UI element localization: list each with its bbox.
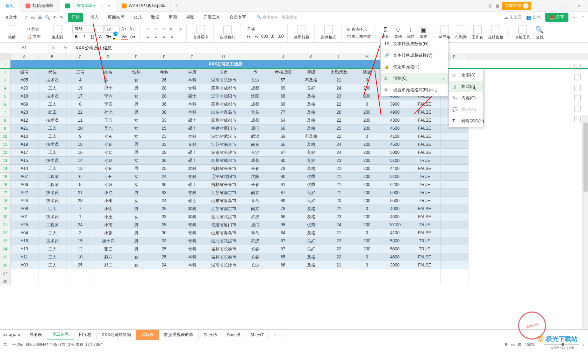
data-cell[interactable]: 0 (353, 261, 381, 269)
side-tool-2[interactable] (574, 74, 581, 80)
collab-button[interactable]: 👥 协作 (526, 14, 541, 20)
header-cell[interactable]: 岗位 (38, 68, 66, 76)
data-cell[interactable]: 10100 (381, 221, 409, 229)
data-cell[interactable]: 33 (150, 141, 178, 149)
sheet-tab-7[interactable]: Sheet5 (199, 330, 222, 340)
data-cell[interactable] (440, 221, 468, 229)
align-bot-icon[interactable]: ≡ (160, 26, 167, 33)
data-cell[interactable]: 22 (325, 253, 353, 261)
data-cell[interactable]: 0 (353, 205, 381, 213)
data-cell[interactable] (440, 261, 468, 269)
data-cell[interactable]: FALSE (409, 205, 440, 213)
data-cell[interactable]: 30 (150, 229, 178, 237)
data-cell[interactable]: A14 (10, 165, 38, 173)
indent-dec-icon[interactable]: ⇤ (168, 26, 175, 33)
data-cell[interactable]: 小C (94, 149, 122, 157)
share-button[interactable]: 📤 分享 (545, 13, 568, 22)
data-cell[interactable]: 工程师 (38, 181, 66, 189)
data-cell[interactable]: 58 (269, 133, 297, 141)
data-cell[interactable]: 21 (325, 173, 353, 181)
data-cell[interactable]: TRUE (409, 221, 440, 229)
row-header-9[interactable]: 9 (0, 124, 10, 133)
data-cell[interactable]: 4100 (381, 229, 409, 237)
empty-cell[interactable] (10, 277, 38, 285)
header-cell[interactable]: 等级 (297, 68, 325, 76)
cloud-status[interactable]: ☁ 未上云 (504, 14, 522, 20)
col-header-D[interactable]: D (94, 53, 122, 60)
data-cell[interactable]: 200 (353, 189, 381, 197)
data-cell[interactable]: 吉林省长春市 (206, 165, 241, 173)
data-cell[interactable]: 男 (122, 229, 150, 237)
data-cell[interactable]: A25 (10, 221, 38, 229)
data-cell[interactable]: FALSE (409, 261, 440, 269)
row-header-12[interactable]: 12 (0, 149, 10, 157)
data-cell[interactable]: 200 (353, 149, 381, 157)
data-cell[interactable]: 长沙 (241, 76, 269, 84)
data-cell[interactable]: FALSE (409, 116, 440, 124)
format-painter-button[interactable]: 格式刷 (49, 25, 65, 41)
data-cell[interactable]: 成都 (241, 100, 269, 108)
sheet-tab-5[interactable]: 课程表 (136, 330, 159, 340)
data-cell[interactable]: 33 (150, 237, 178, 245)
data-cell[interactable]: TRUE (409, 181, 440, 189)
data-cell[interactable]: 江苏省南京市 (206, 205, 241, 213)
data-cell[interactable]: 专科 (178, 245, 206, 253)
menu-review[interactable]: 审阅 (166, 13, 179, 22)
data-cell[interactable]: 77 (269, 108, 297, 116)
col-header-J[interactable]: J (269, 53, 297, 60)
data-cell[interactable]: 200 (353, 141, 381, 149)
empty-cell[interactable] (440, 269, 468, 277)
data-cell[interactable]: 男 (122, 149, 150, 157)
data-cell[interactable]: 28 (150, 84, 178, 92)
data-cell[interactable]: 28 (150, 149, 178, 157)
data-cell[interactable]: 技术员 (38, 197, 66, 205)
data-cell[interactable]: 23 (325, 157, 353, 165)
collapse-icon[interactable]: ⌃ (581, 15, 585, 20)
align-left-icon[interactable]: ≡ (144, 33, 151, 40)
data-cell[interactable]: 福建省厦门市 (206, 124, 241, 133)
data-cell[interactable]: 本科 (178, 76, 206, 84)
data-cell[interactable]: 及格 (297, 124, 325, 133)
row-header-15[interactable]: 15 (0, 173, 10, 181)
data-cell[interactable]: 技术员 (38, 76, 66, 84)
data-cell[interactable]: 硕士 (178, 116, 206, 124)
freeze-button[interactable]: 冻结窗格 (486, 25, 505, 41)
search-cmd[interactable]: 🔍 查找命令、搜索模板 (257, 15, 297, 20)
data-cell[interactable]: A13 (10, 245, 38, 253)
data-cell[interactable]: 王五 (94, 116, 122, 124)
row-header-11[interactable]: 11 (0, 141, 10, 149)
data-cell[interactable]: 男 (122, 100, 150, 108)
data-cell[interactable]: TRUE (409, 189, 440, 197)
data-cell[interactable]: 工人 (38, 124, 66, 133)
percent-icon[interactable]: % (253, 33, 260, 40)
data-cell[interactable]: A06 (10, 181, 38, 189)
data-cell[interactable]: 1 (66, 213, 94, 221)
data-cell[interactable]: 25 (325, 124, 353, 133)
data-cell[interactable]: 优秀 (297, 221, 325, 229)
data-cell[interactable]: 24 (150, 261, 178, 269)
add-sheet-button[interactable]: + (269, 330, 281, 340)
row-header-28[interactable]: 28 (0, 277, 10, 285)
col-header-B[interactable]: B (38, 53, 66, 60)
data-cell[interactable]: 0 (353, 133, 381, 141)
ctx-lock-cell[interactable]: 🔒锁定单元格(L) (381, 61, 448, 73)
data-cell[interactable]: 工程师 (38, 173, 66, 181)
data-cell[interactable]: 87 (269, 189, 297, 197)
data-cell[interactable]: 工人 (38, 133, 66, 141)
data-cell[interactable]: 66 (269, 141, 297, 149)
data-cell[interactable]: 80 (269, 157, 297, 165)
cut-button[interactable]: ✂ 剪切 (26, 26, 42, 33)
data-cell[interactable] (440, 133, 468, 141)
empty-cell[interactable] (122, 277, 150, 285)
empty-cell[interactable] (150, 269, 178, 277)
data-cell[interactable]: 专科 (178, 189, 206, 197)
type-convert-button[interactable]: 类型转换 (292, 25, 311, 41)
row-header-20[interactable]: 20 (0, 213, 10, 221)
empty-cell[interactable] (409, 277, 440, 285)
data-cell[interactable]: 22 (66, 108, 94, 116)
data-cell[interactable]: 南京 (241, 141, 269, 149)
data-cell[interactable]: 本科 (178, 205, 206, 213)
data-cell[interactable]: 66 (269, 124, 297, 133)
scroll-thumb[interactable] (583, 122, 588, 192)
col-header-C[interactable]: C (66, 53, 94, 60)
